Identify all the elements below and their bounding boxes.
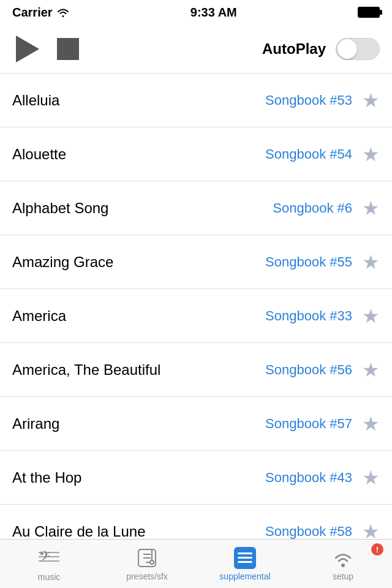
song-name: Alphabet Song — [12, 200, 273, 217]
supplemental-icon — [234, 547, 256, 569]
song-book: Songbook #58 — [265, 524, 352, 540]
carrier-text: Carrier — [12, 6, 53, 20]
tab-presets-label: presets/sfx — [126, 571, 168, 581]
list-item[interactable]: At the HopSongbook #43★ — [0, 451, 392, 505]
svg-point-7 — [150, 560, 154, 564]
song-book: Songbook #33 — [265, 308, 352, 324]
star-icon[interactable]: ★ — [362, 197, 380, 220]
setup-icon — [332, 547, 354, 569]
song-book: Songbook #56 — [265, 362, 352, 378]
svg-text:𝄢: 𝄢 — [39, 548, 50, 568]
stop-icon — [57, 38, 79, 60]
song-book: Songbook #6 — [273, 200, 352, 216]
tab-presets[interactable]: presets/sfx — [98, 540, 196, 588]
song-book: Songbook #53 — [265, 92, 352, 108]
star-icon[interactable]: ★ — [362, 358, 380, 382]
wifi-icon — [56, 7, 70, 17]
song-book: Songbook #55 — [265, 254, 352, 270]
time-label: 9:33 AM — [190, 6, 237, 20]
play-icon — [16, 36, 39, 62]
tab-supplemental[interactable]: supplemental — [196, 540, 294, 588]
tab-supplemental-label: supplemental — [219, 571, 270, 581]
toolbar: AutoPlay — [0, 24, 392, 74]
music-icon: 𝄢 — [37, 546, 61, 570]
play-button[interactable] — [12, 34, 43, 64]
stop-button[interactable] — [53, 34, 83, 64]
song-name: America, The Beautiful — [12, 361, 265, 379]
list-item[interactable]: AlouetteSongbook #54★ — [0, 127, 392, 181]
tab-music-label: music — [38, 572, 61, 582]
star-icon[interactable]: ★ — [362, 251, 380, 274]
song-book: Songbook #54 — [265, 146, 352, 162]
list-item[interactable]: AlleluiaSongbook #53★ — [0, 74, 392, 127]
song-book: Songbook #57 — [265, 416, 352, 432]
list-item[interactable]: ArirangSongbook #57★ — [0, 397, 392, 451]
song-list: AlleluiaSongbook #53★AlouetteSongbook #5… — [0, 74, 392, 539]
song-name: Amazing Grace — [12, 254, 265, 271]
list-item[interactable]: Au Claire de la LuneSongbook #58★ — [0, 505, 392, 539]
song-name: America — [12, 307, 265, 325]
star-icon[interactable]: ★ — [362, 304, 380, 328]
song-name: Arirang — [12, 415, 265, 432]
tab-setup-label: setup — [333, 571, 353, 581]
autoplay-label: AutoPlay — [262, 40, 326, 58]
list-item[interactable]: Alphabet SongSongbook #6★ — [0, 181, 392, 235]
song-name: At the Hop — [12, 469, 265, 486]
svg-point-10 — [341, 564, 345, 567]
list-item[interactable]: Amazing GraceSongbook #55★ — [0, 235, 392, 289]
autoplay-toggle[interactable] — [336, 38, 380, 60]
song-name: Alleluia — [12, 92, 265, 109]
star-icon[interactable]: ★ — [362, 143, 380, 166]
star-icon[interactable]: ★ — [362, 520, 380, 540]
song-book: Songbook #43 — [265, 470, 352, 486]
toggle-knob — [337, 39, 357, 59]
tab-bar: 𝄢 music presets/sfx — [0, 539, 392, 588]
song-name: Alouette — [12, 146, 265, 163]
song-name: Au Claire de la Lune — [12, 523, 265, 540]
tab-setup[interactable]: ! setup — [294, 540, 392, 588]
star-icon[interactable]: ★ — [362, 466, 380, 489]
list-item[interactable]: AmericaSongbook #33★ — [0, 289, 392, 343]
tab-music[interactable]: 𝄢 music — [0, 540, 98, 588]
list-item[interactable]: America, The BeautifulSongbook #56★ — [0, 343, 392, 397]
status-bar: Carrier 9:33 AM — [0, 0, 392, 24]
star-icon[interactable]: ★ — [362, 89, 380, 112]
carrier-label: Carrier — [12, 6, 70, 20]
battery-icon — [358, 7, 380, 18]
presets-icon — [136, 547, 158, 569]
star-icon[interactable]: ★ — [362, 412, 380, 435]
main-content: AutoPlay AlleluiaSongbook #53★AlouetteSo… — [0, 24, 392, 588]
setup-badge: ! — [371, 543, 383, 556]
